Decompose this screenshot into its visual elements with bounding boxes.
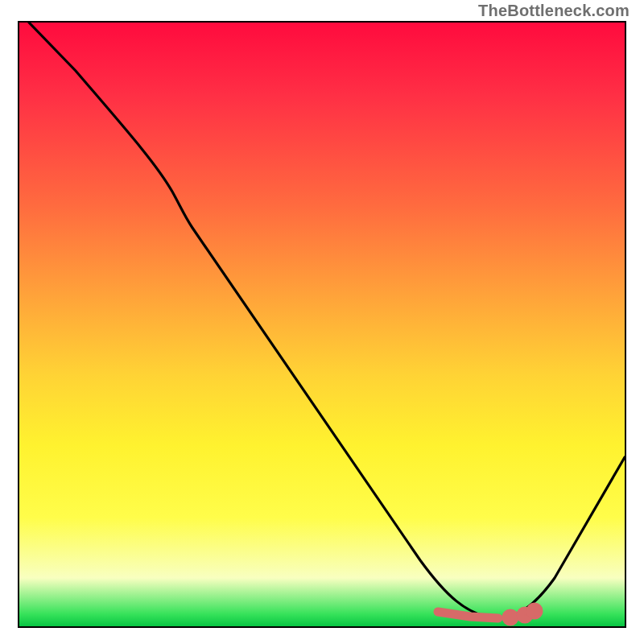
bottleneck-curve-path: [29, 23, 625, 618]
attribution-text: TheBottleneck.com: [478, 2, 630, 20]
optimal-band-marker-group: [438, 607, 539, 621]
chart-svg: [19, 23, 625, 626]
svg-point-0: [506, 613, 514, 621]
chart-canvas: TheBottleneck.com: [0, 0, 644, 644]
svg-point-2: [530, 607, 539, 615]
plot-area: [18, 21, 626, 628]
